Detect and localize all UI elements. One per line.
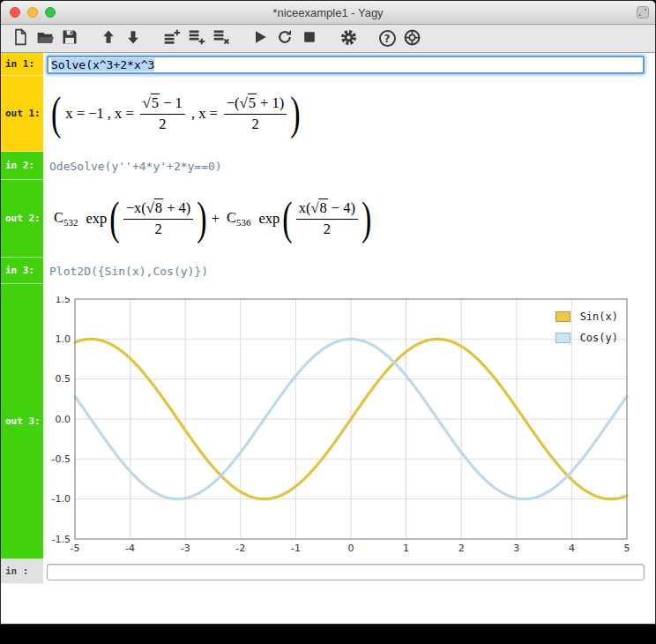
- stop-button[interactable]: [297, 27, 322, 50]
- legend-label: Sin(x): [580, 311, 618, 323]
- window-controls: [10, 7, 56, 18]
- toolbar: ?: [1, 25, 655, 53]
- delete-row-icon: [212, 28, 230, 49]
- minimize-button[interactable]: [27, 7, 38, 18]
- svg-text:0.0: 0.0: [56, 414, 71, 425]
- right-paren: ): [290, 93, 300, 134]
- radicand: 8: [318, 198, 327, 216]
- svg-text:-2: -2: [235, 543, 245, 554]
- cell-gutter: in 1:: [1, 53, 43, 76]
- move-cell-up-button[interactable]: [96, 27, 121, 50]
- cell-out-1: out 1: ( x = −1 , x = √5 − 1 2 , x = −(√…: [1, 76, 655, 152]
- fraction: −x(√8 + 4) 2: [123, 199, 194, 238]
- cell-label: in 3:: [5, 265, 34, 276]
- coefficient: C536: [227, 209, 251, 228]
- insert-cell-above-button[interactable]: [160, 27, 184, 50]
- fraction: −(√5 + 1) 2: [224, 94, 287, 133]
- window-title: *niceexample1 - Yagy: [272, 6, 383, 19]
- radicand: 5: [248, 94, 257, 111]
- cell-out-3: out 3: -5-4-3-2-1012345-1.5-1.0-0.50.00.…: [1, 284, 655, 559]
- denominator: 2: [154, 220, 161, 239]
- math-text: , x =: [191, 105, 218, 123]
- new-document-icon: [11, 28, 29, 49]
- svg-text:-1.0: -1.0: [52, 493, 71, 505]
- legend-swatch-cos: [555, 333, 570, 343]
- gear-icon: [339, 28, 358, 49]
- settings-button[interactable]: [336, 27, 361, 50]
- question-glyph: ?: [384, 33, 391, 45]
- fraction: √5 − 1 2: [140, 94, 185, 133]
- open-folder-icon: [36, 28, 54, 49]
- math-text: + 1): [257, 94, 284, 111]
- cell-label: in :: [5, 565, 29, 577]
- left-paren: (: [109, 198, 119, 239]
- coefficient: C532: [54, 209, 78, 228]
- input-field-1[interactable]: Solve(x^3+2*x^3: [47, 56, 645, 74]
- new-button[interactable]: [8, 27, 33, 50]
- insert-cell-below-button[interactable]: [184, 27, 209, 50]
- svg-text:1.0: 1.0: [56, 333, 71, 345]
- next-input-field[interactable]: [47, 564, 645, 580]
- open-button[interactable]: [33, 27, 57, 50]
- svg-text:5: 5: [624, 543, 630, 554]
- cell-label: out 3:: [5, 416, 41, 427]
- cell-label: in 2:: [5, 160, 34, 171]
- svg-text:3: 3: [513, 543, 519, 554]
- svg-text:-5: -5: [71, 543, 80, 554]
- delete-cell-button[interactable]: [209, 27, 234, 50]
- radicand: 5: [151, 94, 160, 111]
- arrow-down-icon: [124, 28, 142, 49]
- svg-text:-3: -3: [181, 543, 190, 554]
- plot-output: -5-4-3-2-1012345-1.5-1.0-0.50.00.51.01.5…: [50, 296, 632, 558]
- left-paren: (: [51, 93, 61, 134]
- math-text: + 4): [163, 199, 190, 216]
- save-icon: [61, 28, 78, 49]
- notebook: in 1: Solve(x^3+2*x^3 out 1: ( x = −1 , …: [1, 53, 655, 584]
- right-paren: ): [197, 198, 206, 239]
- about-button[interactable]: [399, 27, 424, 50]
- insert-row-above-icon: [163, 28, 181, 49]
- svg-text:-0.5: -0.5: [52, 453, 71, 465]
- fraction: x(√8 − 4) 2: [296, 199, 358, 238]
- cell-out-2: out 2: C532 exp ( −x(√8 + 4) 2 ) + C536 …: [1, 180, 655, 258]
- operator-plus: +: [212, 210, 220, 228]
- cell-label: out 1:: [5, 108, 41, 119]
- svg-text:2: 2: [458, 543, 465, 554]
- math-output-2: C532 exp ( −x(√8 + 4) 2 ) + C536 exp ( x…: [43, 199, 372, 238]
- save-button[interactable]: [57, 27, 82, 50]
- radical-icon: √: [143, 94, 151, 111]
- close-button[interactable]: [10, 7, 20, 18]
- radicand: 8: [154, 198, 163, 216]
- svg-text:4: 4: [569, 543, 575, 554]
- math-text: −x(: [126, 199, 146, 216]
- denominator: 2: [324, 220, 331, 239]
- function-name: exp: [86, 210, 108, 228]
- evaluate-all-button[interactable]: [272, 27, 297, 50]
- cell-gutter: in 2:: [1, 152, 43, 180]
- denominator: 2: [251, 115, 258, 134]
- arrow-up-icon: [100, 28, 117, 49]
- svg-text:-1.5: -1.5: [52, 534, 71, 545]
- input-value-selected: Solve(x^3+2*x^3: [51, 58, 154, 71]
- function-name: exp: [259, 210, 280, 228]
- insert-row-below-icon: [188, 28, 205, 49]
- help-button[interactable]: ?: [375, 27, 399, 50]
- evaluate-button[interactable]: [248, 27, 272, 50]
- input-text-3[interactable]: Plot2D({Sin(x),Cos(y)}): [43, 265, 208, 278]
- math-output-1: ( x = −1 , x = √5 − 1 2 , x = −(√5 + 1) …: [43, 94, 302, 133]
- denominator: 2: [159, 115, 166, 134]
- input-text-2[interactable]: OdeSolve(y''+4*y'+2*y==0): [43, 160, 222, 173]
- radical-icon: √: [146, 199, 154, 216]
- svg-text:0.5: 0.5: [56, 373, 71, 385]
- fullscreen-icon[interactable]: [637, 6, 649, 19]
- legend-entry: Cos(y): [555, 332, 618, 344]
- svg-text:1.5: 1.5: [56, 296, 71, 305]
- title-bar: *niceexample1 - Yagy: [1, 1, 655, 25]
- math-text: x = −1 , x =: [65, 105, 133, 123]
- svg-text:0: 0: [348, 543, 354, 554]
- cell-gutter: out 3:: [1, 284, 43, 559]
- zoom-button[interactable]: [45, 7, 56, 18]
- cell-in-2: in 2: OdeSolve(y''+4*y'+2*y==0): [1, 152, 655, 180]
- play-icon: [251, 28, 269, 49]
- move-cell-down-button[interactable]: [121, 27, 145, 50]
